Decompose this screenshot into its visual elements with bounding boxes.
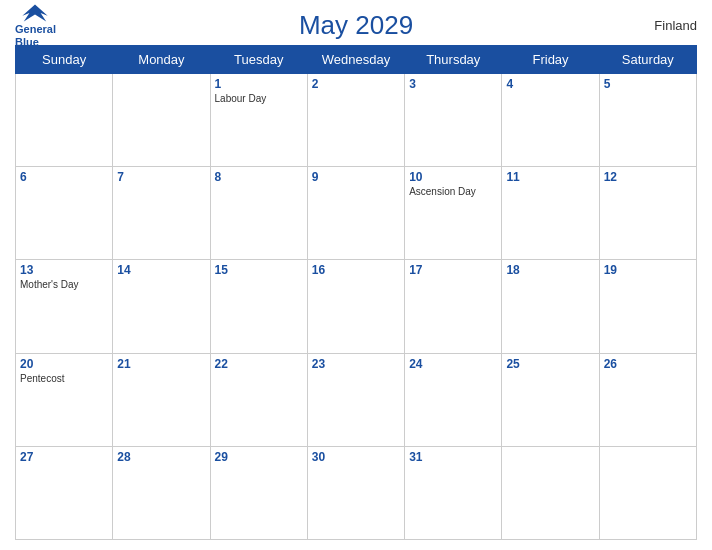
calendar-cell: 21 <box>113 353 210 446</box>
calendar-cell: 8 <box>210 167 307 260</box>
calendar-cell: 6 <box>16 167 113 260</box>
calendar-cell: 1Labour Day <box>210 74 307 167</box>
calendar-cell: 2 <box>307 74 404 167</box>
calendar-cell: 27 <box>16 446 113 539</box>
day-number: 12 <box>604 170 692 184</box>
day-number: 2 <box>312 77 400 91</box>
calendar-cell: 29 <box>210 446 307 539</box>
weekday-header-friday: Friday <box>502 46 599 74</box>
day-number: 19 <box>604 263 692 277</box>
calendar-cell: 13Mother's Day <box>16 260 113 353</box>
calendar-cell: 10Ascension Day <box>405 167 502 260</box>
day-number: 23 <box>312 357 400 371</box>
day-number: 10 <box>409 170 497 184</box>
weekday-header-row: SundayMondayTuesdayWednesdayThursdayFrid… <box>16 46 697 74</box>
calendar-cell: 14 <box>113 260 210 353</box>
day-number: 3 <box>409 77 497 91</box>
day-number: 13 <box>20 263 108 277</box>
holiday-name: Pentecost <box>20 373 108 384</box>
calendar-cell: 23 <box>307 353 404 446</box>
day-number: 15 <box>215 263 303 277</box>
calendar-cell: 3 <box>405 74 502 167</box>
day-number: 26 <box>604 357 692 371</box>
day-number: 28 <box>117 450 205 464</box>
day-number: 21 <box>117 357 205 371</box>
day-number: 25 <box>506 357 594 371</box>
calendar-cell: 5 <box>599 74 696 167</box>
day-number: 17 <box>409 263 497 277</box>
week-row-5: 2728293031 <box>16 446 697 539</box>
calendar-cell: 31 <box>405 446 502 539</box>
day-number: 11 <box>506 170 594 184</box>
holiday-name: Labour Day <box>215 93 303 104</box>
day-number: 14 <box>117 263 205 277</box>
holiday-name: Ascension Day <box>409 186 497 197</box>
calendar-header: General Blue May 2029 Finland <box>15 10 697 41</box>
week-row-1: 1Labour Day2345 <box>16 74 697 167</box>
calendar-cell: 25 <box>502 353 599 446</box>
day-number: 4 <box>506 77 594 91</box>
calendar-cell: 28 <box>113 446 210 539</box>
day-number: 16 <box>312 263 400 277</box>
day-number: 27 <box>20 450 108 464</box>
holiday-name: Mother's Day <box>20 279 108 290</box>
day-number: 18 <box>506 263 594 277</box>
logo-text-general: General Blue <box>15 23 56 47</box>
day-number: 1 <box>215 77 303 91</box>
calendar-title: May 2029 <box>299 10 413 41</box>
logo: General Blue <box>15 3 56 47</box>
week-row-4: 20Pentecost212223242526 <box>16 353 697 446</box>
logo-icon <box>21 3 49 23</box>
svg-marker-0 <box>23 5 48 22</box>
country-label: Finland <box>654 18 697 33</box>
weekday-header-thursday: Thursday <box>405 46 502 74</box>
calendar-cell <box>113 74 210 167</box>
week-row-3: 13Mother's Day141516171819 <box>16 260 697 353</box>
weekday-header-wednesday: Wednesday <box>307 46 404 74</box>
calendar-cell: 11 <box>502 167 599 260</box>
weekday-header-saturday: Saturday <box>599 46 696 74</box>
calendar-cell: 30 <box>307 446 404 539</box>
day-number: 31 <box>409 450 497 464</box>
day-number: 30 <box>312 450 400 464</box>
calendar-cell: 4 <box>502 74 599 167</box>
weekday-header-sunday: Sunday <box>16 46 113 74</box>
calendar-cell: 19 <box>599 260 696 353</box>
calendar-cell: 7 <box>113 167 210 260</box>
calendar-cell: 20Pentecost <box>16 353 113 446</box>
day-number: 5 <box>604 77 692 91</box>
day-number: 20 <box>20 357 108 371</box>
calendar-table: SundayMondayTuesdayWednesdayThursdayFrid… <box>15 45 697 540</box>
calendar-cell: 15 <box>210 260 307 353</box>
day-number: 9 <box>312 170 400 184</box>
calendar-cell: 9 <box>307 167 404 260</box>
calendar-cell: 26 <box>599 353 696 446</box>
weekday-header-monday: Monday <box>113 46 210 74</box>
day-number: 8 <box>215 170 303 184</box>
calendar-cell: 24 <box>405 353 502 446</box>
calendar-cell: 16 <box>307 260 404 353</box>
calendar-cell <box>16 74 113 167</box>
day-number: 6 <box>20 170 108 184</box>
calendar-cell: 17 <box>405 260 502 353</box>
calendar-cell: 12 <box>599 167 696 260</box>
calendar-cell: 18 <box>502 260 599 353</box>
week-row-2: 678910Ascension Day1112 <box>16 167 697 260</box>
day-number: 7 <box>117 170 205 184</box>
weekday-header-tuesday: Tuesday <box>210 46 307 74</box>
day-number: 24 <box>409 357 497 371</box>
calendar-cell: 22 <box>210 353 307 446</box>
calendar-cell <box>599 446 696 539</box>
calendar-cell <box>502 446 599 539</box>
day-number: 29 <box>215 450 303 464</box>
day-number: 22 <box>215 357 303 371</box>
